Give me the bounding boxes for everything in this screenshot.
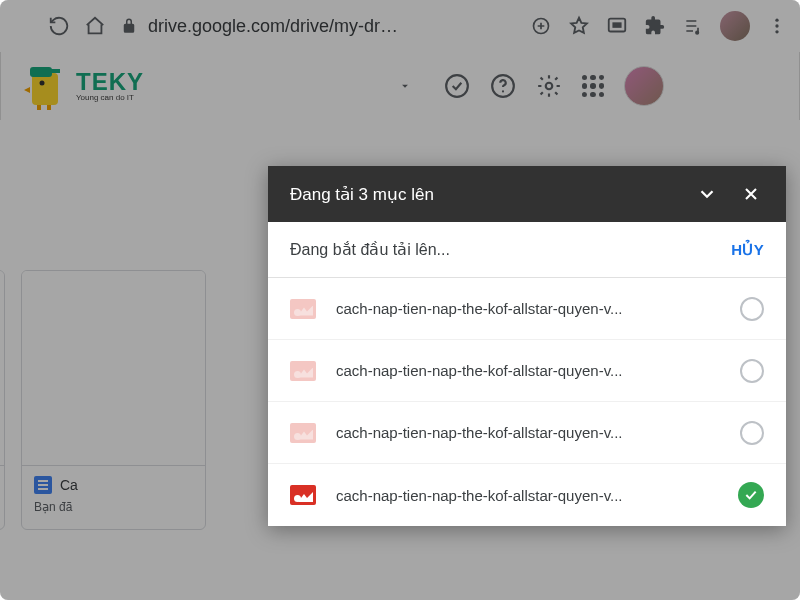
image-file-icon: [290, 299, 316, 319]
upload-file-name: cach-nap-tien-nap-the-kof-allstar-quyen-…: [336, 424, 720, 441]
dropdown-caret-icon[interactable]: [394, 75, 416, 97]
brand-logo: TEKY Young can do IT: [20, 61, 144, 111]
file-card[interactable]: hời gian này: [0, 270, 5, 530]
drive-header: TEKY Young can do IT: [0, 52, 800, 120]
browser-menu-icon[interactable]: [766, 15, 788, 37]
image-file-icon: [290, 423, 316, 443]
zoom-add-icon[interactable]: [530, 15, 552, 37]
url-text: drive.google.com/drive/my-dr…: [148, 16, 398, 37]
svg-point-13: [446, 75, 468, 97]
upload-pending-icon: [740, 359, 764, 383]
svg-rect-11: [37, 105, 41, 110]
upload-file-row: cach-nap-tien-nap-the-kof-allstar-quyen-…: [268, 402, 786, 464]
logo-tagline: Young can do IT: [76, 94, 144, 102]
file-card[interactable]: Ca Bạn đã: [21, 270, 206, 530]
reload-icon[interactable]: [48, 15, 70, 37]
music-icon[interactable]: [682, 15, 704, 37]
settings-gear-icon[interactable]: [536, 73, 562, 99]
help-icon[interactable]: [490, 73, 516, 99]
svg-point-15: [502, 90, 504, 92]
card-title: Ca: [60, 477, 78, 493]
upload-pending-icon: [740, 421, 764, 445]
upload-file-name: cach-nap-tien-nap-the-kof-allstar-quyen-…: [336, 487, 718, 504]
svg-point-4: [775, 19, 778, 22]
svg-rect-8: [30, 67, 52, 77]
upload-file-row: cach-nap-tien-nap-the-kof-allstar-quyen-…: [268, 340, 786, 402]
upload-file-row: cach-nap-tien-nap-the-kof-allstar-quyen-…: [268, 464, 786, 526]
cast-icon[interactable]: [606, 15, 628, 37]
image-file-icon: [290, 361, 316, 381]
upload-progress-popup: Đang tải 3 mục lên Đang bắt đầu tải lên.…: [268, 166, 786, 526]
upload-pending-icon: [740, 297, 764, 321]
browser-profile-avatar[interactable]: [720, 11, 750, 41]
svg-rect-2: [612, 22, 621, 27]
offline-ready-icon[interactable]: [444, 73, 470, 99]
svg-point-6: [775, 30, 778, 33]
bird-logo-icon: [20, 61, 70, 111]
google-apps-icon[interactable]: [582, 75, 604, 97]
svg-point-10: [40, 81, 45, 86]
close-button[interactable]: [738, 181, 764, 207]
cancel-upload-button[interactable]: HỦY: [731, 241, 764, 259]
upload-file-row: cach-nap-tien-nap-the-kof-allstar-quyen-…: [268, 278, 786, 340]
star-icon[interactable]: [568, 15, 590, 37]
browser-toolbar: drive.google.com/drive/my-dr…: [0, 0, 800, 52]
upload-complete-icon: [738, 482, 764, 508]
home-icon[interactable]: [84, 15, 106, 37]
extensions-icon[interactable]: [644, 15, 666, 37]
upload-file-name: cach-nap-tien-nap-the-kof-allstar-quyen-…: [336, 362, 720, 379]
card-subtitle: Bạn đã: [34, 500, 193, 514]
address-bar[interactable]: drive.google.com/drive/my-dr…: [120, 16, 516, 37]
svg-point-3: [696, 31, 699, 33]
logo-name: TEKY: [76, 70, 144, 94]
svg-rect-9: [50, 69, 60, 73]
svg-point-16: [546, 83, 553, 90]
svg-point-5: [775, 24, 778, 27]
lock-icon: [120, 17, 138, 35]
upload-status-text: Đang bắt đầu tải lên...: [290, 240, 450, 259]
svg-rect-12: [47, 105, 51, 110]
collapse-button[interactable]: [694, 181, 720, 207]
google-doc-icon: [34, 476, 52, 494]
upload-popup-title: Đang tải 3 mục lên: [290, 184, 676, 205]
svg-rect-7: [32, 73, 58, 105]
upload-file-name: cach-nap-tien-nap-the-kof-allstar-quyen-…: [336, 300, 720, 317]
image-file-icon: [290, 485, 316, 505]
account-avatar[interactable]: [624, 66, 664, 106]
